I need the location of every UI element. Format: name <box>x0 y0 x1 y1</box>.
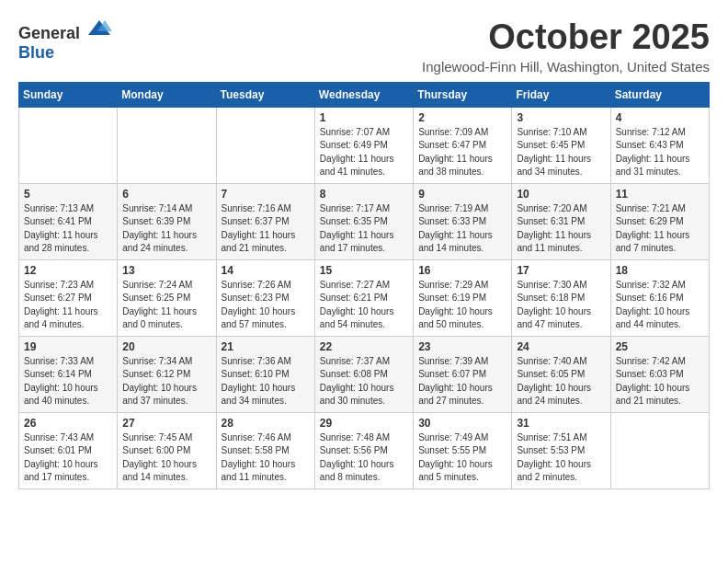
day-info: Sunrise: 7:27 AM Sunset: 6:21 PM Dayligh… <box>320 279 408 332</box>
day-number: 23 <box>418 340 506 353</box>
cell-w4-d7: 25Sunrise: 7:42 AM Sunset: 6:03 PM Dayli… <box>610 336 709 412</box>
cell-w3-d1: 12Sunrise: 7:23 AM Sunset: 6:27 PM Dayli… <box>19 259 118 336</box>
week-row-5: 26Sunrise: 7:43 AM Sunset: 6:01 PM Dayli… <box>19 412 710 488</box>
logo-general: General <box>18 24 80 42</box>
cell-w2-d6: 10Sunrise: 7:20 AM Sunset: 6:31 PM Dayli… <box>512 183 610 259</box>
col-monday: Monday <box>118 82 216 107</box>
day-info: Sunrise: 7:42 AM Sunset: 6:03 PM Dayligh… <box>616 355 704 408</box>
day-number: 20 <box>122 340 210 353</box>
col-friday: Friday <box>512 82 610 107</box>
day-info: Sunrise: 7:43 AM Sunset: 6:01 PM Dayligh… <box>24 431 112 485</box>
day-number: 7 <box>222 188 310 201</box>
day-info: Sunrise: 7:48 AM Sunset: 5:56 PM Dayligh… <box>320 431 408 485</box>
week-row-2: 5Sunrise: 7:13 AM Sunset: 6:41 PM Daylig… <box>19 183 710 259</box>
day-number: 3 <box>517 111 605 124</box>
cell-w5-d1: 26Sunrise: 7:43 AM Sunset: 6:01 PM Dayli… <box>19 412 118 488</box>
cell-w4-d5: 23Sunrise: 7:39 AM Sunset: 6:07 PM Dayli… <box>414 336 512 412</box>
day-info: Sunrise: 7:07 AM Sunset: 6:49 PM Dayligh… <box>320 126 408 179</box>
cell-w3-d2: 13Sunrise: 7:24 AM Sunset: 6:25 PM Dayli… <box>118 259 216 336</box>
day-number: 25 <box>616 340 704 353</box>
day-info: Sunrise: 7:12 AM Sunset: 6:43 PM Dayligh… <box>616 126 704 179</box>
day-number: 24 <box>517 340 605 353</box>
day-info: Sunrise: 7:32 AM Sunset: 6:16 PM Dayligh… <box>616 279 704 332</box>
col-saturday: Saturday <box>610 82 709 107</box>
col-wednesday: Wednesday <box>314 82 413 107</box>
cell-w1-d3 <box>216 107 314 183</box>
day-number: 12 <box>24 264 112 277</box>
day-number: 13 <box>122 264 210 277</box>
day-info: Sunrise: 7:39 AM Sunset: 6:07 PM Dayligh… <box>418 355 506 408</box>
cell-w1-d5: 2Sunrise: 7:09 AM Sunset: 6:47 PM Daylig… <box>414 107 512 183</box>
cell-w5-d3: 28Sunrise: 7:46 AM Sunset: 5:58 PM Dayli… <box>216 412 314 488</box>
cell-w5-d5: 30Sunrise: 7:49 AM Sunset: 5:55 PM Dayli… <box>414 412 512 488</box>
day-number: 15 <box>320 264 408 277</box>
day-number: 19 <box>24 340 112 353</box>
cell-w2-d2: 6Sunrise: 7:14 AM Sunset: 6:39 PM Daylig… <box>118 183 216 259</box>
cell-w3-d4: 15Sunrise: 7:27 AM Sunset: 6:21 PM Dayli… <box>314 259 413 336</box>
logo-blue: Blue <box>18 43 54 62</box>
cell-w4-d1: 19Sunrise: 7:33 AM Sunset: 6:14 PM Dayli… <box>19 336 118 412</box>
day-number: 31 <box>517 417 605 430</box>
cell-w1-d7: 4Sunrise: 7:12 AM Sunset: 6:43 PM Daylig… <box>610 107 709 183</box>
day-info: Sunrise: 7:26 AM Sunset: 6:23 PM Dayligh… <box>222 279 310 332</box>
calendar-table: Sunday Monday Tuesday Wednesday Thursday… <box>18 82 710 489</box>
day-number: 6 <box>122 188 210 201</box>
col-tuesday: Tuesday <box>216 82 314 107</box>
day-number: 26 <box>24 417 112 430</box>
cell-w2-d4: 8Sunrise: 7:17 AM Sunset: 6:35 PM Daylig… <box>314 183 413 259</box>
day-number: 2 <box>418 111 506 124</box>
day-number: 1 <box>320 111 408 124</box>
week-row-4: 19Sunrise: 7:33 AM Sunset: 6:14 PM Dayli… <box>19 336 710 412</box>
day-info: Sunrise: 7:23 AM Sunset: 6:27 PM Dayligh… <box>24 279 112 332</box>
day-info: Sunrise: 7:21 AM Sunset: 6:29 PM Dayligh… <box>616 202 704 256</box>
day-info: Sunrise: 7:46 AM Sunset: 5:58 PM Dayligh… <box>222 431 310 485</box>
day-number: 22 <box>320 340 408 353</box>
cell-w1-d4: 1Sunrise: 7:07 AM Sunset: 6:49 PM Daylig… <box>314 107 413 183</box>
cell-w2-d1: 5Sunrise: 7:13 AM Sunset: 6:41 PM Daylig… <box>19 183 118 259</box>
day-info: Sunrise: 7:51 AM Sunset: 5:53 PM Dayligh… <box>517 431 605 485</box>
location-title: Inglewood-Finn Hill, Washington, United … <box>422 59 710 75</box>
cell-w4-d3: 21Sunrise: 7:36 AM Sunset: 6:10 PM Dayli… <box>216 336 314 412</box>
day-number: 21 <box>222 340 310 353</box>
cell-w1-d6: 3Sunrise: 7:10 AM Sunset: 6:45 PM Daylig… <box>512 107 610 183</box>
cell-w5-d4: 29Sunrise: 7:48 AM Sunset: 5:56 PM Dayli… <box>314 412 413 488</box>
day-number: 16 <box>418 264 506 277</box>
day-number: 30 <box>418 417 506 430</box>
day-info: Sunrise: 7:10 AM Sunset: 6:45 PM Dayligh… <box>517 126 605 179</box>
cell-w5-d2: 27Sunrise: 7:45 AM Sunset: 6:00 PM Dayli… <box>118 412 216 488</box>
day-number: 28 <box>222 417 310 430</box>
day-info: Sunrise: 7:49 AM Sunset: 5:55 PM Dayligh… <box>418 431 506 485</box>
day-number: 10 <box>517 188 605 201</box>
day-info: Sunrise: 7:17 AM Sunset: 6:35 PM Dayligh… <box>320 202 408 256</box>
day-info: Sunrise: 7:30 AM Sunset: 6:18 PM Dayligh… <box>517 279 605 332</box>
header-row: Sunday Monday Tuesday Wednesday Thursday… <box>19 82 710 107</box>
day-number: 9 <box>418 188 506 201</box>
day-number: 27 <box>122 417 210 430</box>
day-info: Sunrise: 7:34 AM Sunset: 6:12 PM Dayligh… <box>122 355 210 408</box>
day-number: 18 <box>616 264 704 277</box>
cell-w2-d5: 9Sunrise: 7:19 AM Sunset: 6:33 PM Daylig… <box>414 183 512 259</box>
day-number: 14 <box>222 264 310 277</box>
day-number: 5 <box>24 188 112 201</box>
cell-w4-d6: 24Sunrise: 7:40 AM Sunset: 6:05 PM Dayli… <box>512 336 610 412</box>
cell-w2-d3: 7Sunrise: 7:16 AM Sunset: 6:37 PM Daylig… <box>216 183 314 259</box>
cell-w3-d6: 17Sunrise: 7:30 AM Sunset: 6:18 PM Dayli… <box>512 259 610 336</box>
cell-w1-d2 <box>118 107 216 183</box>
cell-w5-d7 <box>610 412 709 488</box>
day-info: Sunrise: 7:29 AM Sunset: 6:19 PM Dayligh… <box>418 279 506 332</box>
logo-icon <box>86 18 112 39</box>
cell-w3-d7: 18Sunrise: 7:32 AM Sunset: 6:16 PM Dayli… <box>610 259 709 336</box>
cell-w5-d6: 31Sunrise: 7:51 AM Sunset: 5:53 PM Dayli… <box>512 412 610 488</box>
week-row-1: 1Sunrise: 7:07 AM Sunset: 6:49 PM Daylig… <box>19 107 710 183</box>
day-info: Sunrise: 7:24 AM Sunset: 6:25 PM Dayligh… <box>122 279 210 332</box>
day-number: 29 <box>320 417 408 430</box>
col-thursday: Thursday <box>414 82 512 107</box>
day-info: Sunrise: 7:40 AM Sunset: 6:05 PM Dayligh… <box>517 355 605 408</box>
header: General Blue October 2025 Inglewood-Finn… <box>18 18 710 75</box>
cell-w4-d4: 22Sunrise: 7:37 AM Sunset: 6:08 PM Dayli… <box>314 336 413 412</box>
cell-w2-d7: 11Sunrise: 7:21 AM Sunset: 6:29 PM Dayli… <box>610 183 709 259</box>
cell-w4-d2: 20Sunrise: 7:34 AM Sunset: 6:12 PM Dayli… <box>118 336 216 412</box>
logo-text: General Blue <box>18 18 112 63</box>
logo: General Blue <box>18 18 112 63</box>
day-info: Sunrise: 7:19 AM Sunset: 6:33 PM Dayligh… <box>418 202 506 256</box>
